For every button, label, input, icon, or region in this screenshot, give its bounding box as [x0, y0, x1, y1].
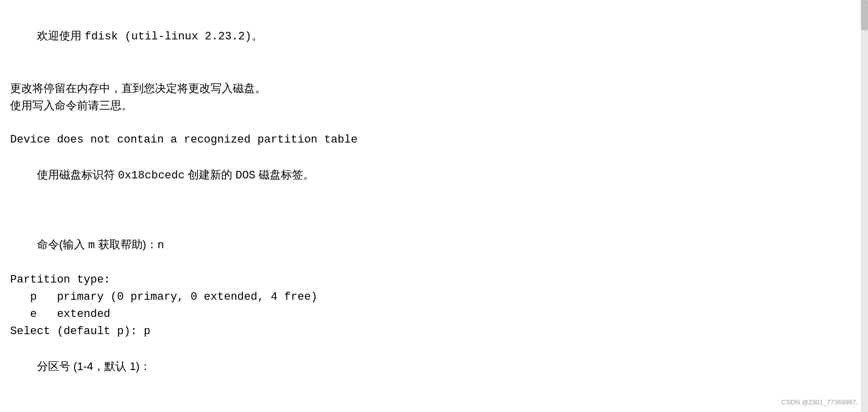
terminal-line-4: Device does not contain a recognized par… — [10, 131, 853, 149]
scrollbar-thumb[interactable] — [861, 0, 868, 30]
terminal-line-8: p primary (0 primary, 0 extended, 4 free… — [10, 289, 853, 306]
terminal-line-6: 命令(输入 m 获取帮助)：n — [10, 219, 853, 271]
terminal-line-11: 分区号 (1-4，默认 1)： — [10, 341, 853, 393]
scrollbar[interactable] — [861, 0, 868, 412]
empty-line-2 — [10, 114, 853, 131]
empty-line-3 — [10, 202, 853, 219]
empty-line-1 — [10, 63, 853, 80]
terminal-window: 欢迎使用 fdisk (util-linux 2.23.2)。 更改将停留在内存… — [0, 0, 868, 412]
terminal-line-9: e extended — [10, 306, 853, 323]
terminal-line-1: 欢迎使用 fdisk (util-linux 2.23.2)。 — [10, 10, 853, 63]
watermark: CSDN @2301_77369997, — [781, 398, 858, 406]
terminal-line-3: 使用写入命令前请三思。 — [10, 97, 853, 114]
terminal-line-5: 使用磁盘标识符 0x18cbcedc 创建新的 DOS 磁盘标签。 — [10, 149, 853, 202]
terminal-line-10: Select (default p): p — [10, 323, 853, 340]
terminal-line-2: 更改将停留在内存中，直到您决定将更改写入磁盘。 — [10, 80, 853, 97]
terminal-line-7: Partition type: — [10, 271, 853, 289]
terminal-line-12: 起始 扇区 (2048-41943039，默认为 2048)： — [10, 393, 853, 412]
